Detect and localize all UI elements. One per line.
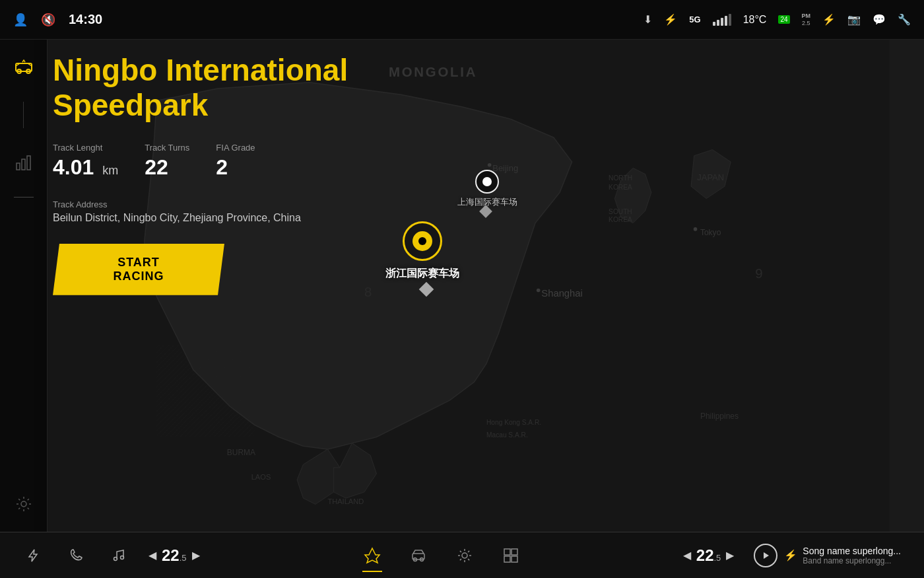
track-title: Ningbo International Speedpark (53, 53, 396, 123)
svg-rect-37 (504, 556, 510, 562)
svg-point-15 (537, 289, 541, 293)
svg-point-34 (462, 553, 467, 558)
svg-text:KOREA: KOREA (609, 184, 632, 191)
music-section: ⚡ Song name superlong... Band name super… (744, 544, 911, 567)
svg-text:KOREA: KOREA (609, 216, 632, 223)
status-right: ⬇ ⚡ 5G 18°C 24 PM 2.5 ⚡ 📷 💬 🔧 (644, 13, 911, 27)
temp-right-decrease[interactable]: ◀ (683, 549, 691, 561)
stat-track-turns: Track Turns 22 (145, 143, 189, 180)
camera-icon: 📷 (847, 13, 861, 26)
svg-text:SOUTH: SOUTH (609, 208, 632, 215)
svg-text:LAOS: LAOS (251, 473, 271, 481)
signal-bars (713, 14, 731, 26)
battery-badge: 24 (778, 15, 789, 24)
svg-text:9: 9 (755, 266, 762, 281)
filter-icon: 🔧 (898, 13, 911, 26)
signal-5g-icon: 5G (689, 15, 700, 24)
bottom-bar: ◀ 22 .5 ▶ (0, 532, 924, 578)
sidebar-divider-mid (14, 197, 34, 198)
ningbo-label: 浙江国际赛车场 (385, 267, 459, 281)
svg-text:Philippines: Philippines (700, 412, 739, 421)
svg-point-30 (121, 556, 124, 559)
nav-settings2-icon[interactable] (446, 537, 482, 573)
lightning-icon-btn[interactable] (13, 536, 53, 575)
svg-text:BURMA: BURMA (227, 448, 255, 457)
music-icon-btn[interactable] (99, 536, 139, 575)
music-info-container: ⚡ Song name superlong... Band name super… (784, 546, 901, 565)
svg-text:NORTH: NORTH (609, 174, 632, 182)
svg-rect-38 (512, 556, 517, 562)
svg-text:THAILAND: THAILAND (327, 497, 364, 505)
nav-grid2-icon[interactable] (492, 537, 529, 573)
svg-rect-26 (22, 159, 25, 170)
svg-text:Hong Kong S.A.R.: Hong Kong S.A.R. (486, 419, 541, 426)
message-icon: 💬 (873, 13, 886, 26)
temp-right-display: 22 .5 (696, 546, 721, 565)
phone-icon-btn[interactable] (56, 536, 96, 575)
nav-location-icon[interactable] (354, 537, 390, 573)
stats-row: Track Lenght 4.01 km Track Turns 22 FIA … (53, 143, 396, 180)
svg-text:Macau S.A.R.: Macau S.A.R. (486, 431, 528, 439)
svg-text:MONGOLIA: MONGOLIA (389, 65, 477, 79)
track-turns-label: Track Turns (145, 143, 189, 153)
bottom-center-nav (210, 537, 673, 573)
pm-info: PM 2.5 (802, 13, 811, 27)
user-icon: 👤 (13, 13, 28, 27)
svg-rect-35 (504, 549, 510, 555)
fia-grade-value: 2 (216, 155, 255, 180)
address-label: Track Address (53, 199, 396, 209)
status-bar: 👤 🔇 14:30 ⬇ ⚡ 5G 18°C 24 PM 2.5 ⚡ 📷 💬 🔧 (0, 0, 924, 40)
usb-icon: ⚡ (664, 13, 677, 26)
svg-text:Tokyo: Tokyo (700, 228, 721, 237)
ningbo-marker[interactable]: 浙江国际赛车场 (403, 221, 442, 261)
svg-rect-25 (16, 163, 20, 170)
stat-track-length: Track Lenght 4.01 km (53, 143, 118, 180)
sidebar-racing-icon[interactable] (9, 53, 38, 82)
svg-rect-21 (156, 345, 254, 437)
svg-text:Shanghai: Shanghai (541, 288, 583, 299)
temp-right-increase[interactable]: ▶ (726, 549, 734, 561)
temp-left-increase[interactable]: ▶ (192, 549, 200, 561)
sidebar-divider-top (23, 102, 24, 128)
address-value: Beilun District, Ningbo City, Zhejiang P… (53, 212, 396, 224)
start-racing-button[interactable]: START RACING (53, 244, 224, 295)
status-time: 14:30 (69, 12, 102, 27)
svg-text:JAPAN: JAPAN (697, 172, 724, 182)
sidebar (0, 40, 48, 532)
song-name: Song name superlong... (803, 546, 901, 556)
shanghai-marker[interactable]: 上海国际赛车场 (475, 170, 499, 194)
temperature-display: 18°C (743, 14, 767, 26)
temp-left-display: 22 .5 (162, 546, 187, 565)
mute-icon: 🔇 (41, 13, 55, 27)
bluetooth-status-icon: ⚡ (822, 13, 836, 26)
temp-control-left: ◀ 22 .5 ▶ (139, 546, 210, 565)
nav-car2-icon[interactable] (400, 537, 436, 573)
track-length-label: Track Lenght (53, 143, 118, 153)
svg-rect-36 (512, 549, 517, 555)
svg-rect-27 (27, 156, 30, 170)
track-turns-value: 22 (145, 155, 189, 180)
temp-control-right: ◀ 22 .5 ▶ (673, 546, 744, 565)
svg-point-28 (21, 501, 26, 507)
status-left: 👤 🔇 14:30 (13, 12, 102, 27)
track-length-value: 4.01 km (53, 155, 118, 180)
temp-left-decrease[interactable]: ◀ (148, 549, 156, 561)
sidebar-settings-icon[interactable] (9, 489, 38, 519)
music-info: Song name superlong... Band name superlo… (803, 546, 901, 565)
sidebar-stats-icon[interactable] (9, 148, 38, 177)
info-panel: Ningbo International Speedpark Track Len… (53, 53, 396, 295)
stat-fia-grade: FIA Grade 2 (216, 143, 255, 180)
download-icon: ⬇ (644, 13, 652, 26)
bluetooth-music-icon: ⚡ (784, 549, 797, 561)
band-name: Band name superlongg... (803, 556, 901, 565)
bottom-left-icons (13, 536, 139, 575)
address-section: Track Address Beilun District, Ningbo Ci… (53, 199, 396, 224)
play-button[interactable] (754, 544, 777, 567)
svg-point-29 (114, 557, 117, 560)
fia-grade-label: FIA Grade (216, 143, 255, 153)
svg-point-11 (694, 227, 698, 231)
svg-point-13 (488, 163, 492, 167)
